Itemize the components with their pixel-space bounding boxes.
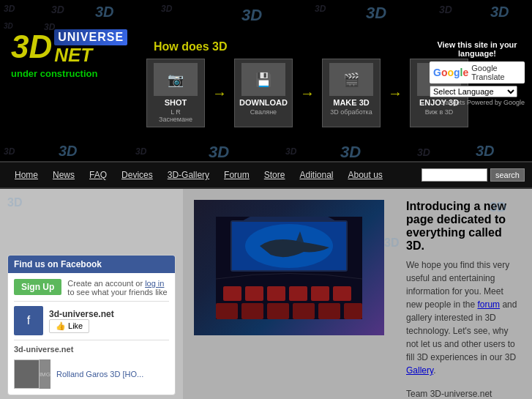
step-arrow-3: → (388, 59, 402, 127)
center-content: 3D 3D (183, 189, 532, 399)
fb-signup-button[interactable]: Sign Up (14, 279, 61, 295)
fb-page-name: 3d-universe.net (49, 309, 114, 319)
svg-rect-5 (223, 286, 241, 301)
fb-signup-row: Sign Up Create an account or log in to s… (14, 279, 169, 297)
step-make3d-title: MAKE 3D (326, 98, 376, 107)
site-header: 3D 3D 3D 3D 3D 3D 3D 3D 3D 3D 3D 3D 3D 3… (0, 0, 532, 161)
nav-home[interactable]: Home (7, 168, 45, 182)
gadgets-text: Gadgets Powered by Google (430, 99, 525, 106)
watermark-3d: 3D (4, 4, 15, 14)
watermark-3d: 3D (135, 146, 146, 157)
nav-news[interactable]: News (45, 168, 82, 182)
steps-row: 📷 SHOT L R Заснемане → 💾 DOWNLOAD Свалян… (146, 59, 468, 127)
svg-rect-8 (289, 286, 307, 301)
watermark-3d: 3D (417, 146, 430, 158)
watermark-3d: 3D (490, 4, 509, 20)
step-make3d: 🎬 MAKE 3D 3D обработка (322, 59, 381, 127)
nav-aboutus[interactable]: About us (340, 168, 389, 182)
logo-universe: UNIVERSE (58, 31, 124, 43)
google-logo: Google (433, 67, 468, 78)
step-download: 💾 DOWNLOAD Сваляне (234, 59, 293, 127)
translate-box: View this site in your language! Google … (430, 40, 525, 106)
watermark-3d: 3D (209, 143, 229, 161)
svg-rect-10 (333, 286, 351, 301)
nav-forum[interactable]: Forum (217, 168, 257, 182)
google-translate-bar: Google Google Translate (430, 61, 525, 83)
team-text: Team 3D-universe.net wishes you a pleasa… (406, 387, 521, 399)
nav-bar: Home News FAQ Devices 3D-Gallery Forum S… (0, 161, 532, 189)
fb-header: Find us on Facebook (8, 256, 175, 273)
step-shot: 📷 SHOT L R Заснемане (146, 59, 205, 127)
svg-rect-13 (267, 303, 289, 319)
profile-thumb: IMG (14, 359, 50, 389)
watermark-3d: 3D (439, 4, 452, 15)
watermark-3d: 3D (366, 4, 386, 23)
fb-page-row: f 3d-universe.net 👍 Like (14, 301, 169, 335)
site-logo[interactable]: 3D UNIVERSE NET under construction (11, 29, 127, 79)
search-button[interactable]: search (490, 168, 525, 182)
svg-rect-14 (293, 303, 315, 319)
language-select[interactable]: Select Language (430, 86, 517, 97)
step-arrow-2: → (300, 59, 315, 127)
view-site-text: View this site in your language! (430, 40, 525, 58)
svg-rect-9 (311, 286, 329, 301)
fb-bottom-row: 3d-universe.net (14, 340, 169, 354)
forum-link[interactable]: forum (477, 299, 500, 310)
watermark-3d: 3D (241, 6, 262, 25)
profile-name[interactable]: Rolland Garos 3D [HO... (56, 370, 143, 379)
search-input[interactable] (422, 168, 487, 182)
step-shot-desc: Заснемане (151, 116, 201, 123)
step-download-title: DOWNLOAD (239, 98, 288, 107)
translate-label: Google Translate (471, 64, 521, 81)
step-make3d-desc: 3D обработка (326, 108, 376, 116)
fb-page-thumb: f (14, 306, 43, 335)
watermark-3d-sidebar: 3D (7, 196, 22, 209)
step-enjoy3d-desc: Виж в 3D (414, 108, 464, 116)
fb-page-info: 3d-universe.net 👍 Like (49, 309, 114, 333)
step-download-desc: Сваляне (239, 108, 288, 116)
fb-like-button[interactable]: 👍 Like (49, 319, 89, 333)
svg-rect-12 (241, 303, 263, 319)
profile-image (14, 359, 40, 389)
nav-3dgallery[interactable]: 3D-Gallery (160, 168, 217, 182)
step-arrow-1: → (212, 59, 227, 127)
watermark-3d: 3D (4, 146, 15, 157)
under-construction-label: under construction (11, 68, 127, 79)
fb-body: Sign Up Create an account or log in to s… (8, 273, 175, 395)
watermark-3d-content2: 3D (384, 236, 399, 250)
sidebar: 3D Find us on Facebook Sign Up Create an… (0, 189, 183, 399)
step-make3d-icon: 🎬 (329, 63, 373, 96)
nav-store[interactable]: Store (257, 168, 293, 182)
intro-text-column: Introducing a new page dedicated to ever… (406, 200, 521, 399)
step-shot-icon: 📷 (154, 63, 198, 96)
nav-devices[interactable]: Devices (114, 168, 160, 182)
how-does-3d-label: How does 3D (154, 40, 227, 53)
svg-rect-6 (245, 286, 263, 301)
intro-body-text3: . (433, 365, 435, 376)
gallery-link[interactable]: Gallery (406, 365, 433, 376)
sidebar-profile: IMG Rolland Garos 3D [HO... (14, 359, 169, 389)
fb-signup-text: Create an account or log in to see what … (67, 279, 169, 297)
nav-additional[interactable]: Aditional (292, 168, 340, 182)
svg-rect-11 (216, 303, 238, 319)
nav-faq[interactable]: FAQ (82, 168, 114, 182)
fb-login-link[interactable]: log in (145, 279, 164, 288)
watermark-3d: 3D (59, 143, 78, 160)
svg-rect-7 (267, 286, 285, 301)
svg-rect-15 (318, 303, 340, 319)
step-download-icon: 💾 (241, 63, 285, 96)
watermark-3d: 3D (161, 4, 172, 14)
intro-body: We hope you find this very useful and en… (406, 258, 521, 377)
step-shot-title: SHOT (151, 98, 201, 107)
step-shot-sublabel: L R (151, 108, 201, 116)
logo-3d: 3D (11, 31, 52, 63)
watermark-3d: 3D (340, 143, 361, 161)
intro-layout: Introducing a new page dedicated to ever… (194, 200, 521, 399)
intro-image (194, 200, 384, 335)
watermark-3d: 3D (476, 143, 495, 160)
main-content: 3D Find us on Facebook Sign Up Create an… (0, 189, 532, 399)
facebook-widget: Find us on Facebook Sign Up Create an ac… (7, 255, 176, 395)
watermark-3d: 3D (285, 146, 296, 157)
watermark-3d: 3D (95, 4, 114, 20)
profile-image-placeholder: IMG (40, 371, 50, 378)
